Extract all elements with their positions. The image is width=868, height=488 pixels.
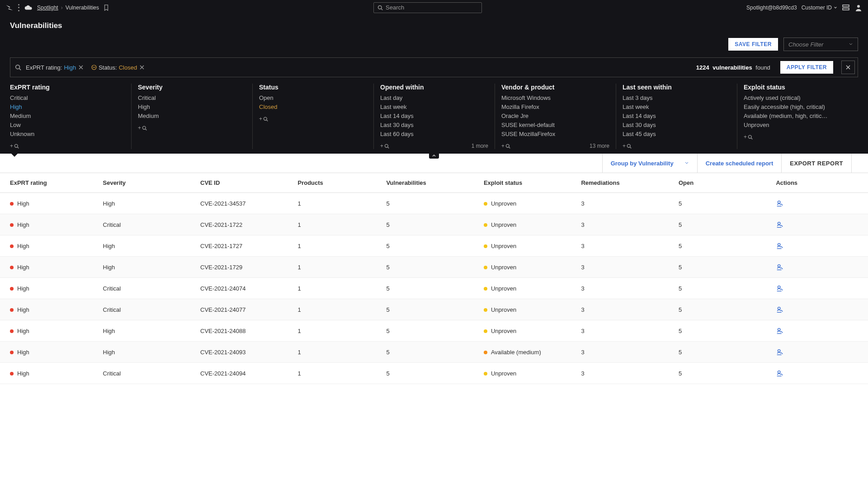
apply-filter-button[interactable]: APPLY FILTER <box>780 61 833 74</box>
facet-column: Last seen withinLast 3 daysLast weekLast… <box>616 84 737 149</box>
user-icon[interactable] <box>854 4 863 12</box>
filter-input[interactable]: ExPRT rating:HighStatus:Closed 1224 vuln… <box>10 57 858 77</box>
page-header: Vulnerabilities <box>0 15 868 34</box>
chip-remove-icon[interactable] <box>79 65 83 70</box>
table-row[interactable]: HighHighCVE-2021-172915Unproven35 <box>0 257 868 278</box>
facet-item[interactable]: Mozilla Firefox <box>501 103 609 110</box>
facet-item[interactable]: Last 45 days <box>623 131 731 137</box>
facet-item[interactable]: High <box>10 103 125 110</box>
table-header[interactable]: Actions <box>770 173 868 193</box>
create-scheduled-report-link[interactable]: Create scheduled report <box>697 154 782 173</box>
table-header[interactable]: ExPRT rating <box>0 173 98 193</box>
cell-products: 1 <box>292 278 381 299</box>
facet-more-link[interactable]: 13 more <box>590 143 609 149</box>
facet-item[interactable]: Closed <box>259 103 367 110</box>
table-row[interactable]: HighCriticalCVE-2021-2409415Unproven35 <box>0 363 868 384</box>
facet-item[interactable]: Last day <box>380 94 488 101</box>
facet-item[interactable]: Medium <box>10 113 125 119</box>
host-search-icon[interactable] <box>776 369 784 377</box>
table-header[interactable]: Products <box>292 173 381 193</box>
choose-filter-dropdown[interactable]: Choose Filter <box>783 38 858 51</box>
table-row[interactable]: HighHighCVE-2021-2409315Available (mediu… <box>0 342 868 363</box>
cell-vulns: 5 <box>381 214 478 235</box>
table-row[interactable]: HighHighCVE-2021-3453715Unproven35 <box>0 193 868 214</box>
save-filter-button[interactable]: SAVE FILTER <box>728 38 778 51</box>
table-header[interactable]: CVE ID <box>195 173 292 193</box>
close-icon <box>846 65 850 70</box>
clear-filter-button[interactable] <box>841 61 855 74</box>
global-search[interactable]: Search <box>373 2 482 13</box>
facet-item[interactable]: Available (medium, high, critic… <box>744 113 852 119</box>
servers-icon[interactable] <box>842 4 850 12</box>
facet-add-search[interactable]: + <box>138 125 147 131</box>
facet-item[interactable]: Actively used (critical) <box>744 94 852 101</box>
host-search-icon[interactable] <box>776 242 784 250</box>
host-search-icon[interactable] <box>776 284 784 292</box>
table-row[interactable]: HighCriticalCVE-2021-2407415Unproven35 <box>0 278 868 299</box>
column-settings-button[interactable] <box>851 154 868 173</box>
facet-item[interactable]: Unknown <box>10 131 125 137</box>
facet-item[interactable]: Critical <box>138 94 246 101</box>
facet-item[interactable]: Last 14 days <box>380 113 488 119</box>
host-search-icon[interactable] <box>776 199 784 207</box>
facet-item[interactable]: Last 30 days <box>380 122 488 128</box>
table-header[interactable]: Exploit status <box>478 173 576 193</box>
host-search-icon[interactable] <box>776 305 784 314</box>
table-header[interactable]: Severity <box>98 173 195 193</box>
facet-add-search[interactable]: + <box>380 143 389 149</box>
facet-title: ExPRT rating <box>10 84 125 91</box>
host-search-icon[interactable] <box>776 348 784 356</box>
chip-remove-icon[interactable] <box>140 65 144 70</box>
facet-column: Vendor & productMicrosoft WindowsMozilla… <box>495 84 616 149</box>
cell-cve: CVE-2021-1729 <box>195 257 292 278</box>
host-search-icon[interactable] <box>776 263 784 271</box>
table-row[interactable]: HighCriticalCVE-2021-172215Unproven35 <box>0 214 868 235</box>
facet-item[interactable]: Medium <box>138 113 246 119</box>
exploit-dot-icon <box>484 244 487 248</box>
facet-add-search[interactable]: + <box>259 116 268 122</box>
facet-item[interactable]: High <box>138 103 246 110</box>
facet-item[interactable]: Last week <box>380 103 488 110</box>
cloud-icon[interactable] <box>24 5 33 11</box>
facet-add-search[interactable]: + <box>10 143 19 149</box>
facet-item[interactable]: Unproven <box>744 122 852 128</box>
facet-item[interactable]: SUSE MozillaFirefox <box>501 131 609 137</box>
table-header[interactable]: Remediations <box>576 173 673 193</box>
menu-dots-icon[interactable] <box>18 4 20 11</box>
facet-item[interactable]: Low <box>10 122 125 128</box>
facet-item[interactable]: SUSE kernel-default <box>501 122 609 128</box>
host-search-icon[interactable] <box>776 221 784 229</box>
falcon-logo-icon[interactable] <box>5 4 14 12</box>
export-report-button[interactable]: EXPORT REPORT <box>781 154 851 173</box>
facet-item[interactable]: Oracle Jre <box>501 113 609 119</box>
facet-item[interactable]: Last 30 days <box>623 122 731 128</box>
breadcrumb-app[interactable]: Spotlight <box>37 5 58 11</box>
collapse-facets-button[interactable] <box>429 152 439 159</box>
svg-line-48 <box>781 310 783 312</box>
table-row[interactable]: HighHighCVE-2021-172715Unproven35 <box>0 235 868 257</box>
cell-exploit: Unproven <box>478 235 576 257</box>
cell-exploit: Unproven <box>478 299 576 320</box>
table-header[interactable]: Vulnerabilities <box>381 173 478 193</box>
table-row[interactable]: HighHighCVE-2021-2408815Unproven35 <box>0 320 868 342</box>
facet-item[interactable]: Open <box>259 94 367 101</box>
facet-item[interactable]: Last 3 days <box>623 94 731 101</box>
facet-add-search[interactable]: + <box>744 134 753 140</box>
group-by-dropdown[interactable]: Group by Vulnerability <box>602 154 697 173</box>
customer-id-dropdown[interactable]: Customer ID <box>802 5 837 11</box>
facet-more-link[interactable]: 1 more <box>472 143 488 149</box>
facet-item[interactable]: Last 60 days <box>380 131 488 137</box>
facet-item[interactable]: Easily accessible (high, critical) <box>744 103 852 110</box>
table-row[interactable]: HighCriticalCVE-2021-2407715Unproven35 <box>0 299 868 320</box>
cell-remediations: 3 <box>576 214 673 235</box>
facet-add-search[interactable]: + <box>501 143 510 149</box>
facet-item[interactable]: Microsoft Windows <box>501 94 609 101</box>
host-search-icon[interactable] <box>776 327 784 335</box>
facet-item[interactable]: Last 14 days <box>623 113 731 119</box>
facet-item[interactable]: Last week <box>623 103 731 110</box>
cell-exprt: High <box>0 363 98 384</box>
facet-item[interactable]: Critical <box>10 94 125 101</box>
facet-add-search[interactable]: + <box>623 143 632 149</box>
bookmark-icon[interactable] <box>104 5 109 11</box>
table-header[interactable]: Open <box>673 173 771 193</box>
